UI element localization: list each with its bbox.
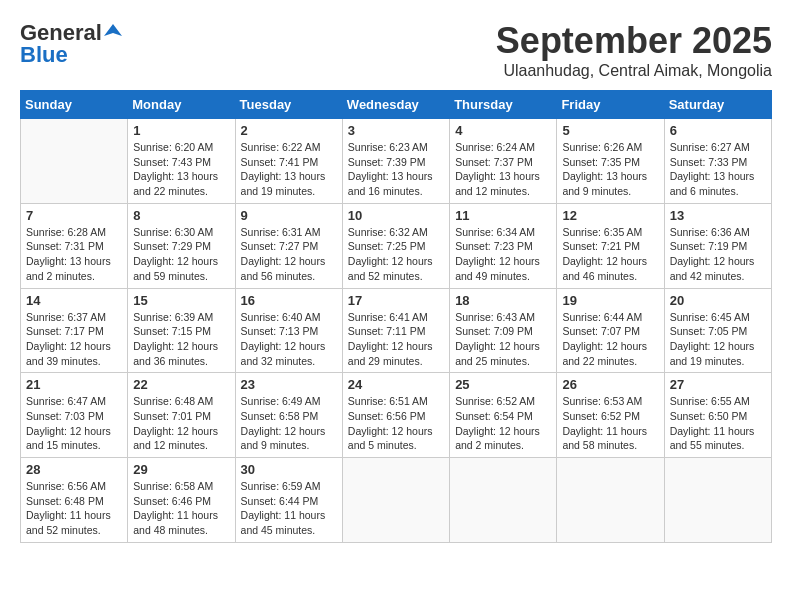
header-sunday: Sunday [21,91,128,119]
day-number: 8 [133,208,229,223]
day-number: 16 [241,293,337,308]
day-number: 9 [241,208,337,223]
day-info: Sunrise: 6:51 AM Sunset: 6:56 PM Dayligh… [348,394,444,453]
day-number: 15 [133,293,229,308]
header-monday: Monday [128,91,235,119]
calendar-week-row: 21Sunrise: 6:47 AM Sunset: 7:03 PM Dayli… [21,373,772,458]
day-info: Sunrise: 6:53 AM Sunset: 6:52 PM Dayligh… [562,394,658,453]
table-row: 10Sunrise: 6:32 AM Sunset: 7:25 PM Dayli… [342,203,449,288]
day-info: Sunrise: 6:56 AM Sunset: 6:48 PM Dayligh… [26,479,122,538]
day-info: Sunrise: 6:52 AM Sunset: 6:54 PM Dayligh… [455,394,551,453]
table-row: 2Sunrise: 6:22 AM Sunset: 7:41 PM Daylig… [235,119,342,204]
table-row: 12Sunrise: 6:35 AM Sunset: 7:21 PM Dayli… [557,203,664,288]
table-row: 15Sunrise: 6:39 AM Sunset: 7:15 PM Dayli… [128,288,235,373]
day-number: 10 [348,208,444,223]
day-number: 28 [26,462,122,477]
table-row: 1Sunrise: 6:20 AM Sunset: 7:43 PM Daylig… [128,119,235,204]
day-info: Sunrise: 6:26 AM Sunset: 7:35 PM Dayligh… [562,140,658,199]
table-row: 20Sunrise: 6:45 AM Sunset: 7:05 PM Dayli… [664,288,771,373]
day-number: 1 [133,123,229,138]
day-number: 19 [562,293,658,308]
table-row: 6Sunrise: 6:27 AM Sunset: 7:33 PM Daylig… [664,119,771,204]
day-info: Sunrise: 6:24 AM Sunset: 7:37 PM Dayligh… [455,140,551,199]
calendar-week-row: 1Sunrise: 6:20 AM Sunset: 7:43 PM Daylig… [21,119,772,204]
day-info: Sunrise: 6:43 AM Sunset: 7:09 PM Dayligh… [455,310,551,369]
table-row: 9Sunrise: 6:31 AM Sunset: 7:27 PM Daylig… [235,203,342,288]
day-info: Sunrise: 6:58 AM Sunset: 6:46 PM Dayligh… [133,479,229,538]
table-row: 5Sunrise: 6:26 AM Sunset: 7:35 PM Daylig… [557,119,664,204]
table-row: 27Sunrise: 6:55 AM Sunset: 6:50 PM Dayli… [664,373,771,458]
svg-marker-0 [104,24,122,36]
day-number: 25 [455,377,551,392]
table-row: 24Sunrise: 6:51 AM Sunset: 6:56 PM Dayli… [342,373,449,458]
table-row: 13Sunrise: 6:36 AM Sunset: 7:19 PM Dayli… [664,203,771,288]
table-row: 26Sunrise: 6:53 AM Sunset: 6:52 PM Dayli… [557,373,664,458]
day-info: Sunrise: 6:39 AM Sunset: 7:15 PM Dayligh… [133,310,229,369]
day-number: 6 [670,123,766,138]
day-info: Sunrise: 6:44 AM Sunset: 7:07 PM Dayligh… [562,310,658,369]
day-number: 4 [455,123,551,138]
day-number: 27 [670,377,766,392]
day-number: 13 [670,208,766,223]
day-info: Sunrise: 6:40 AM Sunset: 7:13 PM Dayligh… [241,310,337,369]
day-number: 24 [348,377,444,392]
header-friday: Friday [557,91,664,119]
table-row: 3Sunrise: 6:23 AM Sunset: 7:39 PM Daylig… [342,119,449,204]
day-number: 12 [562,208,658,223]
table-row: 25Sunrise: 6:52 AM Sunset: 6:54 PM Dayli… [450,373,557,458]
table-row: 29Sunrise: 6:58 AM Sunset: 6:46 PM Dayli… [128,458,235,543]
day-number: 21 [26,377,122,392]
day-info: Sunrise: 6:45 AM Sunset: 7:05 PM Dayligh… [670,310,766,369]
table-row: 7Sunrise: 6:28 AM Sunset: 7:31 PM Daylig… [21,203,128,288]
table-row [342,458,449,543]
table-row: 21Sunrise: 6:47 AM Sunset: 7:03 PM Dayli… [21,373,128,458]
day-info: Sunrise: 6:34 AM Sunset: 7:23 PM Dayligh… [455,225,551,284]
header-wednesday: Wednesday [342,91,449,119]
day-info: Sunrise: 6:59 AM Sunset: 6:44 PM Dayligh… [241,479,337,538]
day-info: Sunrise: 6:32 AM Sunset: 7:25 PM Dayligh… [348,225,444,284]
day-info: Sunrise: 6:48 AM Sunset: 7:01 PM Dayligh… [133,394,229,453]
day-info: Sunrise: 6:20 AM Sunset: 7:43 PM Dayligh… [133,140,229,199]
header-saturday: Saturday [664,91,771,119]
day-info: Sunrise: 6:30 AM Sunset: 7:29 PM Dayligh… [133,225,229,284]
day-info: Sunrise: 6:41 AM Sunset: 7:11 PM Dayligh… [348,310,444,369]
day-info: Sunrise: 6:22 AM Sunset: 7:41 PM Dayligh… [241,140,337,199]
table-row: 8Sunrise: 6:30 AM Sunset: 7:29 PM Daylig… [128,203,235,288]
day-number: 7 [26,208,122,223]
day-number: 17 [348,293,444,308]
day-info: Sunrise: 6:36 AM Sunset: 7:19 PM Dayligh… [670,225,766,284]
day-number: 20 [670,293,766,308]
calendar-table: Sunday Monday Tuesday Wednesday Thursday… [20,90,772,543]
day-number: 23 [241,377,337,392]
page-header: General Blue September 2025 Ulaanhudag, … [20,20,772,80]
day-number: 22 [133,377,229,392]
header-thursday: Thursday [450,91,557,119]
table-row: 19Sunrise: 6:44 AM Sunset: 7:07 PM Dayli… [557,288,664,373]
calendar-header-row: Sunday Monday Tuesday Wednesday Thursday… [21,91,772,119]
logo-bird-icon [104,22,122,40]
day-number: 5 [562,123,658,138]
day-info: Sunrise: 6:23 AM Sunset: 7:39 PM Dayligh… [348,140,444,199]
header-tuesday: Tuesday [235,91,342,119]
table-row: 14Sunrise: 6:37 AM Sunset: 7:17 PM Dayli… [21,288,128,373]
month-title: September 2025 [496,20,772,62]
day-number: 30 [241,462,337,477]
day-info: Sunrise: 6:47 AM Sunset: 7:03 PM Dayligh… [26,394,122,453]
table-row: 17Sunrise: 6:41 AM Sunset: 7:11 PM Dayli… [342,288,449,373]
location-subtitle: Ulaanhudag, Central Aimak, Mongolia [496,62,772,80]
day-number: 29 [133,462,229,477]
day-info: Sunrise: 6:37 AM Sunset: 7:17 PM Dayligh… [26,310,122,369]
day-info: Sunrise: 6:31 AM Sunset: 7:27 PM Dayligh… [241,225,337,284]
table-row: 11Sunrise: 6:34 AM Sunset: 7:23 PM Dayli… [450,203,557,288]
title-section: September 2025 Ulaanhudag, Central Aimak… [496,20,772,80]
table-row: 28Sunrise: 6:56 AM Sunset: 6:48 PM Dayli… [21,458,128,543]
day-info: Sunrise: 6:49 AM Sunset: 6:58 PM Dayligh… [241,394,337,453]
day-number: 18 [455,293,551,308]
table-row: 16Sunrise: 6:40 AM Sunset: 7:13 PM Dayli… [235,288,342,373]
logo: General Blue [20,20,122,68]
table-row: 22Sunrise: 6:48 AM Sunset: 7:01 PM Dayli… [128,373,235,458]
calendar-week-row: 7Sunrise: 6:28 AM Sunset: 7:31 PM Daylig… [21,203,772,288]
day-number: 14 [26,293,122,308]
table-row: 18Sunrise: 6:43 AM Sunset: 7:09 PM Dayli… [450,288,557,373]
table-row [21,119,128,204]
